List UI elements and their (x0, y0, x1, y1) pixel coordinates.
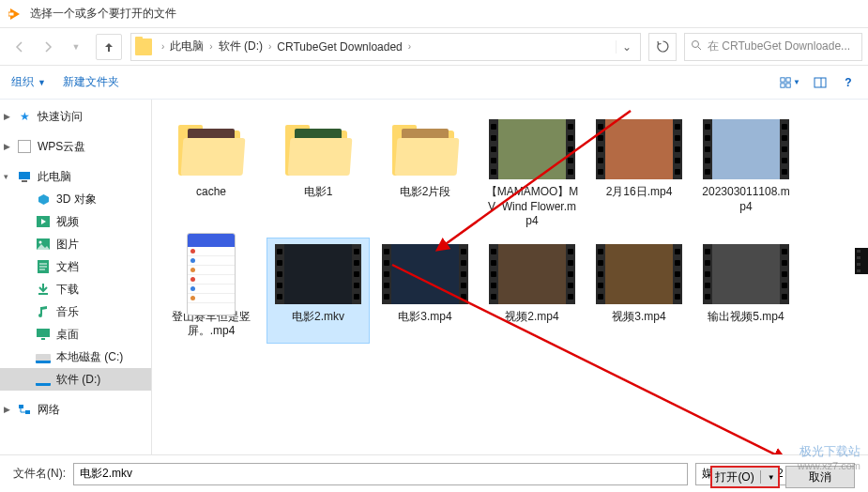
chevron-down-icon: ▼ (793, 78, 800, 86)
file-item[interactable]: cache (160, 113, 263, 234)
file-label: 电影2片段 (400, 185, 451, 200)
refresh-button[interactable] (648, 33, 677, 61)
file-item[interactable]: 202303011108.mp4 (694, 113, 798, 234)
svg-line-2 (698, 47, 701, 50)
svg-rect-7 (815, 78, 826, 87)
file-label: 2月16日.mp4 (606, 185, 673, 200)
file-thumbnail (168, 117, 254, 181)
sidebar-desktop[interactable]: 桌面 (0, 323, 151, 346)
folder-icon (135, 38, 152, 55)
file-thumbnail (275, 117, 361, 181)
file-thumbnail (596, 117, 682, 181)
chevron-right-icon: › (404, 41, 415, 52)
file-thumbnail (382, 242, 468, 306)
sidebar-drive-c[interactable]: 本地磁盘 (C:) (0, 346, 151, 368)
file-thumbnail (489, 117, 575, 181)
file-label: 视频2.mp4 (505, 310, 558, 325)
file-label: 202303011108.mp4 (699, 185, 793, 214)
crumb-drive[interactable]: 软件 (D:) (217, 38, 265, 54)
file-item[interactable]: 视频3.mp4 (587, 238, 691, 344)
svg-rect-3 (781, 77, 784, 81)
address-bar[interactable]: › 此电脑 › 软件 (D:) › CRTubeGet Downloaded ›… (130, 33, 641, 61)
preview-pane-button[interactable] (810, 72, 830, 93)
watermark: 极光下载站 www.xz7.com (798, 443, 860, 471)
file-item[interactable]: 电影1 (266, 113, 370, 234)
sidebar-3d-objects[interactable]: 3D 对象 (0, 188, 151, 210)
file-label: 输出视频5.mp4 (708, 310, 784, 325)
sidebar-documents[interactable]: 文档 (0, 255, 151, 278)
breadcrumb: 此电脑 › 软件 (D:) › CRTubeGet Downloaded › (168, 38, 616, 54)
nav-up-button[interactable] (96, 34, 122, 60)
chevron-down-icon: ▼ (768, 473, 775, 482)
file-item[interactable]: 登山赛车但是竖屏。.mp4 (160, 238, 263, 344)
svg-rect-23 (25, 410, 30, 414)
desktop-icon (36, 327, 51, 342)
sidebar-wps[interactable]: ▶WPS云盘 (0, 135, 151, 158)
file-item[interactable]: 输出视频5.mp4 (694, 238, 798, 344)
sidebar-quick-access[interactable]: ▶★快速访问 (0, 105, 151, 128)
svg-point-1 (693, 41, 699, 48)
chevron-down-icon: ▼ (38, 78, 46, 87)
sidebar-drive-d[interactable]: 软件 (D:) (0, 368, 151, 391)
document-icon (36, 259, 51, 274)
search-input[interactable]: 在 CRTubeGet Downloade... (684, 33, 862, 61)
star-icon: ★ (17, 109, 32, 124)
drive-icon (36, 372, 51, 387)
file-label: 视频3.mp4 (612, 310, 665, 325)
svg-rect-9 (19, 172, 30, 179)
edge-video-strip (855, 248, 868, 274)
new-folder-button[interactable]: 新建文件夹 (63, 74, 119, 90)
sidebar-videos[interactable]: 视频 (0, 210, 151, 233)
file-label: 【MAMAMOO】MV- Wind Flower.mp4 (485, 185, 579, 229)
nav-back-button[interactable] (7, 34, 33, 60)
file-grid[interactable]: cache 电影1 电影2片段 【MAMAMOO】MV- Wind Flower… (152, 100, 868, 454)
sidebar-downloads[interactable]: 下载 (0, 278, 151, 300)
chevron-right-icon: › (265, 41, 275, 52)
sidebar-this-pc[interactable]: ▾此电脑 (0, 165, 151, 188)
open-button[interactable]: 打开(O) ▼ (710, 466, 780, 488)
nav-forward-button[interactable] (35, 34, 61, 60)
file-item[interactable]: 视频2.mp4 (480, 238, 584, 344)
expand-icon: ▶ (4, 405, 15, 414)
svg-rect-10 (22, 180, 27, 182)
file-item[interactable]: 电影2片段 (373, 113, 477, 234)
network-icon (17, 402, 32, 417)
file-thumbnail (489, 242, 575, 306)
music-icon (36, 304, 51, 319)
sidebar-network[interactable]: ▶网络 (0, 398, 151, 421)
nav-recent-dropdown[interactable]: ▼ (63, 34, 89, 60)
sidebar-pictures[interactable]: 图片 (0, 233, 151, 255)
file-thumbnail (703, 117, 789, 181)
crumb-folder[interactable]: CRTubeGet Downloaded (275, 40, 404, 54)
sidebar-music[interactable]: 音乐 (0, 300, 151, 323)
filename-label: 文件名(N): (13, 466, 66, 482)
file-thumbnail (703, 242, 789, 306)
svg-rect-6 (786, 83, 790, 86)
expand-icon: ▶ (4, 142, 15, 151)
help-button[interactable]: ? (840, 74, 857, 91)
svg-rect-22 (19, 405, 23, 408)
view-mode-button[interactable]: ▼ (780, 72, 800, 93)
chevron-right-icon: › (206, 41, 216, 52)
file-label: 电影3.mp4 (398, 310, 451, 325)
chevron-right-icon: › (158, 41, 168, 52)
file-item[interactable]: 【MAMAMOO】MV- Wind Flower.mp4 (480, 113, 584, 234)
video-icon (36, 214, 51, 229)
picture-icon (36, 237, 51, 252)
file-label: 电影2.mkv (292, 310, 344, 325)
svg-rect-20 (37, 329, 50, 337)
crumb-pc[interactable]: 此电脑 (168, 38, 206, 54)
file-item[interactable]: 电影2.mkv (266, 238, 370, 344)
file-item[interactable]: 电影3.mp4 (373, 238, 477, 344)
svg-rect-4 (786, 77, 790, 81)
organize-menu[interactable]: 组织▼ (11, 74, 46, 90)
file-item[interactable]: 2月16日.mp4 (587, 113, 691, 234)
wps-icon (17, 139, 32, 154)
address-dropdown[interactable]: ⌄ (616, 40, 636, 54)
drive-icon (36, 349, 51, 364)
svg-point-13 (39, 241, 42, 244)
filename-input[interactable] (73, 463, 688, 485)
expand-icon: ▶ (4, 112, 15, 121)
sidebar: ▶★快速访问 ▶WPS云盘 ▾此电脑 3D 对象 视频 图片 文档 下载 音乐 … (0, 100, 152, 454)
pc-icon (17, 169, 32, 184)
